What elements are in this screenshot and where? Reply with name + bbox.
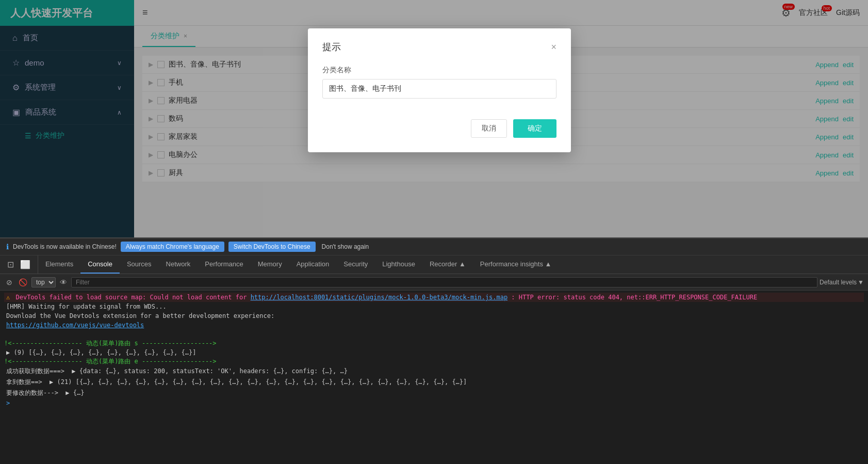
default-levels-dropdown[interactable]: Default levels ▼ (820, 279, 864, 286)
cursor-icon[interactable]: ⊡ (4, 255, 17, 274)
devtools-notification: ℹ DevTools is now available in Chinese! … (0, 238, 868, 255)
default-levels-label: Default levels (820, 279, 857, 286)
modal-dialog: 提示 × 分类名称 取消 确定 (308, 28, 571, 152)
tab-security[interactable]: Security (336, 255, 375, 274)
error-link[interactable]: http://localhost:8001/static/plugins/moc… (251, 294, 508, 301)
tab-console[interactable]: Console (80, 255, 120, 274)
modal-close-button[interactable]: × (551, 42, 556, 53)
console-line: 成功获取到数据===> ▶ {data: {…}, status: 200, s… (4, 366, 864, 377)
console-line: [HMR] Waiting for update signal from WDS… (4, 302, 864, 311)
modal-title: 提示 (322, 41, 341, 53)
switch-language-button[interactable]: Switch DevTools to Chinese (228, 242, 316, 252)
info-icon: ℹ (6, 243, 9, 251)
console-prompt-line: > (4, 398, 864, 408)
filter-input[interactable] (71, 277, 817, 287)
clear-icon[interactable]: 🚫 (17, 277, 29, 287)
eye-icon[interactable]: 👁 (58, 277, 69, 287)
device-icon[interactable]: ⬜ (17, 255, 34, 274)
console-line: !<------------------- 动态(菜单)路由 s -------… (4, 339, 864, 348)
modal-header: 提示 × (322, 41, 556, 53)
notification-text: DevTools is now available in Chinese! (13, 243, 117, 250)
devtools-icon-bar: ⊡ ⬜ (0, 255, 38, 274)
devtools-toolbar: ⊘ 🚫 top 👁 Default levels ▼ (0, 274, 868, 291)
dont-show-again-button[interactable]: Don't show again (322, 243, 369, 250)
devtools-panel: ℹ DevTools is now available in Chinese! … (0, 237, 868, 464)
match-language-button[interactable]: Always match Chrome's language (121, 242, 224, 252)
tab-performance[interactable]: Performance (198, 255, 250, 274)
warning-icon: ⚠ (6, 294, 10, 301)
tab-sources[interactable]: Sources (120, 255, 159, 274)
console-line: 拿到数据==> ▶ (21) [{…}, {…}, {…}, {…}, {…},… (4, 377, 864, 388)
console-output: ⚠ DevTools failed to load source map: Co… (0, 291, 868, 463)
console-line: ⚠ DevTools failed to load source map: Co… (4, 293, 864, 302)
prompt-symbol: > (6, 399, 10, 407)
tab-performance-insights[interactable]: Performance insights ▲ (473, 255, 559, 274)
devtools-link[interactable]: https://github.com/vuejs/vue-devtools (6, 322, 144, 329)
tab-elements[interactable]: Elements (38, 255, 80, 274)
console-line: https://github.com/vuejs/vue-devtools (4, 321, 864, 330)
tab-memory[interactable]: Memory (251, 255, 289, 274)
modal-footer: 取消 确定 (322, 119, 556, 138)
tab-lighthouse[interactable]: Lighthouse (375, 255, 422, 274)
confirm-button[interactable]: 确定 (513, 119, 556, 138)
tab-network[interactable]: Network (159, 255, 198, 274)
stop-icon[interactable]: ⊘ (4, 277, 14, 287)
tab-recorder[interactable]: Recorder ▲ (422, 255, 473, 274)
console-line: ▶ (9) [{…}, {…}, {…}, {…}, {…}, {…}, {…}… (4, 348, 864, 357)
console-line: Download the Vue Devtools extension for … (4, 311, 864, 321)
tab-application[interactable]: Application (289, 255, 337, 274)
modal-field-label: 分类名称 (322, 66, 556, 75)
devtools-tab-bar: ⊡ ⬜ Elements Console Sources Network Per… (0, 255, 868, 274)
console-line (4, 330, 864, 339)
console-line: !<------------------- 动态(菜单)路由 e -------… (4, 357, 864, 366)
category-name-input[interactable] (322, 79, 556, 99)
cancel-button[interactable]: 取消 (471, 119, 507, 138)
chevron-down-icon: ▼ (858, 279, 864, 286)
console-line: 要修改的数据---> ▶ {…} (4, 388, 864, 398)
context-select[interactable]: top (31, 277, 56, 287)
